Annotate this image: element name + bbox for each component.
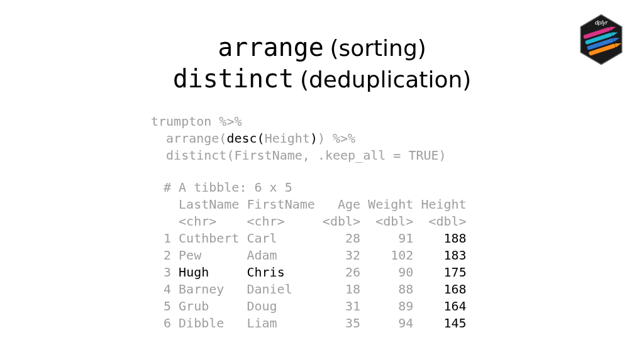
code-l2-pre: arrange( <box>151 131 226 146</box>
logo-label: dplyr <box>595 19 608 26</box>
out-r3c: 26 90 <box>285 265 444 280</box>
out-r4a: 4 Barney Daniel 18 88 <box>164 282 444 297</box>
code-l2-close1: ) <box>310 131 318 146</box>
out-hdr2: LastName FirstName Age Weight Height <box>164 197 467 212</box>
code-l1: trumpton %>% <box>151 114 242 129</box>
out-r3a: 3 <box>164 265 179 280</box>
title-arrange: arrange <box>218 33 324 62</box>
tibble-output: # A tibble: 6 x 5 LastName FirstName Age… <box>164 179 467 332</box>
out-r3b: Hugh Chris <box>179 265 285 280</box>
code-l2-tail: ) %>% <box>318 131 355 146</box>
title-dedup: (deduplication) <box>300 67 471 92</box>
slide-title: arrange (sorting) distinct (deduplicatio… <box>0 31 644 94</box>
title-distinct: distinct <box>173 64 294 93</box>
out-r1a: 1 Cuthbert Carl 28 91 <box>164 231 444 246</box>
out-r1b: 188 <box>444 231 467 246</box>
out-r6b: 145 <box>444 315 467 331</box>
out-r2b: 183 <box>444 248 467 263</box>
code-block: trumpton %>% arrange(desc(Height)) %>% d… <box>151 113 447 164</box>
out-hdr1: # A tibble: 6 x 5 <box>164 180 292 195</box>
out-r3d: 175 <box>444 265 467 280</box>
slide: dplyr arrange (sorting) distinct (dedupl… <box>0 0 644 362</box>
code-l2-height: Height <box>265 131 310 146</box>
out-r6a: 6 Dibble Liam 35 94 <box>164 315 444 331</box>
out-r2a: 2 Pew Adam 32 102 <box>164 248 444 263</box>
title-sorting: (sorting) <box>330 35 426 61</box>
out-r5a: 5 Grub Doug 31 89 <box>164 299 444 314</box>
out-r5b: 164 <box>444 299 467 314</box>
code-l2-desc: desc( <box>226 131 264 146</box>
out-hdr3: <chr> <chr> <dbl> <dbl> <dbl> <box>164 214 467 229</box>
code-l3: distinct(FirstName, .keep_all = TRUE) <box>151 148 447 163</box>
out-r4b: 168 <box>444 282 467 297</box>
